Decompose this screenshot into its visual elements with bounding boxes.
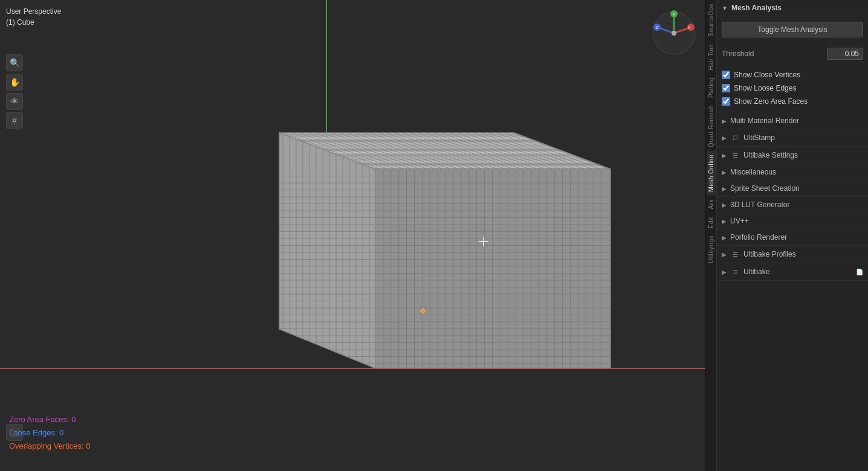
loose-edges-stat: Loose Edges: 0: [9, 426, 90, 440]
ultibake-profiles-list-icon: ☰: [730, 249, 740, 259]
ultibake-extra-icon: 📄: [856, 269, 863, 275]
3d-lut-generator-section[interactable]: ▶ 3D LUT Generator: [717, 197, 868, 213]
multi-material-label: Multi Material Render: [730, 117, 799, 125]
grab-tool-icon[interactable]: ✋: [6, 74, 23, 91]
ultibake-settings-label: Ultibake Settings: [743, 151, 798, 159]
grid-tool-icon[interactable]: #: [6, 112, 23, 129]
ultibake-section[interactable]: ▶ ☰ Ultibake 📄: [717, 263, 868, 281]
navigation-gizmo[interactable]: X Y Z: [650, 9, 698, 57]
show-close-vertices-checkbox[interactable]: [722, 71, 730, 79]
ultibake-profiles-arrow-icon: ▶: [722, 251, 727, 258]
tab-quad-remesh[interactable]: Quad Remesh: [707, 101, 716, 151]
ultibake-settings-arrow-icon: ▶: [722, 152, 727, 159]
ultistamp-checkbox-icon: ☐: [730, 133, 740, 143]
overlapping-vertices-stat: Overlapping Vertices: 0: [9, 440, 90, 453]
show-close-vertices-row: Show Close Vertices: [722, 68, 863, 82]
svg-point-194: [672, 31, 676, 36]
miscellaneous-arrow-icon: ▶: [722, 169, 727, 176]
show-close-vertices-label: Show Close Vertices: [734, 71, 800, 79]
multi-material-arrow-icon: ▶: [722, 118, 727, 124]
mesh-stats: Zero Area Faces: 0 Loose Edges: 0 Overla…: [9, 413, 90, 453]
mesh-analysis-title-text: Mesh Analysis: [731, 4, 782, 12]
viewport: User Perspective (1) Cube X Y Z 🔍 ✋ �: [0, 0, 716, 471]
right-tab-strip: SourceOps Hair Tool Plating Quad Remesh …: [705, 0, 716, 471]
porfolio-label: Porfolio Renderer: [730, 233, 787, 242]
ultibake-label: Ultibake: [743, 268, 769, 276]
ultistamp-arrow-icon: ▶: [722, 135, 727, 141]
right-panel: ▼ Mesh Analysis Toggle Mesh Analysis Thr…: [716, 0, 868, 471]
tab-hair-tool[interactable]: Hair Tool: [707, 40, 716, 74]
threshold-row: Threshold: [722, 46, 863, 62]
show-loose-edges-label: Show Loose Edges: [734, 84, 796, 92]
sprite-sheet-arrow-icon: ▶: [722, 185, 727, 192]
sprite-sheet-label: Sprite Sheet Creation: [730, 184, 800, 193]
tab-edit[interactable]: Edit: [707, 213, 716, 232]
uvpp-label: UV++: [730, 217, 749, 225]
3d-lut-label: 3D LUT Generator: [730, 200, 790, 209]
tab-sourceops[interactable]: SourceOps: [707, 0, 716, 40]
zoom-tool-icon[interactable]: 🔍: [6, 54, 23, 71]
ultibake-profiles-label: Ultibake Profiles: [743, 250, 796, 258]
tab-utilityrigs[interactable]: Utilityrigs: [707, 232, 716, 267]
porfolio-renderer-section[interactable]: ▶ Porfolio Renderer: [717, 229, 868, 246]
show-loose-edges-row: Show Loose Edges: [722, 82, 863, 95]
svg-text:X: X: [688, 25, 691, 30]
svg-marker-116: [375, 169, 611, 368]
svg-text:Z: Z: [656, 25, 659, 30]
svg-marker-73: [279, 133, 375, 368]
3d-lut-arrow-icon: ▶: [722, 202, 727, 208]
ultistamp-section[interactable]: ▶ ☐ UltiStamp: [717, 129, 868, 147]
threshold-input[interactable]: [827, 48, 863, 60]
porfolio-arrow-icon: ▶: [722, 234, 727, 241]
ultistamp-label: UltiStamp: [743, 133, 775, 142]
show-zero-area-faces-row: Show Zero Area Faces: [722, 95, 863, 108]
miscellaneous-section[interactable]: ▶ Miscellaneous: [717, 164, 868, 181]
mesh-analysis-header: ▼ Mesh Analysis: [717, 0, 868, 16]
svg-text:Y: Y: [673, 12, 676, 16]
threshold-label: Threshold: [722, 50, 754, 58]
miscellaneous-label: Miscellaneous: [730, 168, 776, 176]
toggle-mesh-analysis-button[interactable]: Toggle Mesh Analysis: [722, 22, 863, 37]
ultibake-arrow-icon: ▶: [722, 269, 727, 275]
tab-arx[interactable]: Arx: [707, 196, 716, 213]
show-loose-edges-checkbox[interactable]: [722, 84, 730, 92]
ultibake-list-icon: ☰: [730, 267, 740, 277]
sprite-sheet-creation-section[interactable]: ▶ Sprite Sheet Creation: [717, 181, 868, 197]
camera-tool-icon[interactable]: 👁: [6, 93, 23, 110]
tab-plating[interactable]: Plating: [707, 74, 716, 101]
tab-mesh-online[interactable]: Mesh Online: [707, 151, 716, 196]
uvpp-section[interactable]: ▶ UV++: [717, 213, 868, 229]
mesh-analysis-chevron-icon: ▼: [722, 5, 728, 11]
multi-material-render-section[interactable]: ▶ Multi Material Render: [717, 113, 868, 129]
uvpp-arrow-icon: ▶: [722, 218, 727, 225]
ultibake-settings-section[interactable]: ▶ ☰ Ultibake Settings: [717, 147, 868, 164]
ultibake-profiles-section[interactable]: ▶ ☰ Ultibake Profiles: [717, 246, 868, 263]
ultibake-settings-list-icon: ☰: [730, 150, 740, 160]
show-zero-area-faces-label: Show Zero Area Faces: [734, 97, 808, 106]
show-zero-area-faces-checkbox[interactable]: [722, 97, 730, 106]
left-toolbar: 🔍 ✋ 👁 #: [6, 54, 23, 129]
zero-area-faces-stat: Zero Area Faces: 0: [9, 413, 90, 426]
